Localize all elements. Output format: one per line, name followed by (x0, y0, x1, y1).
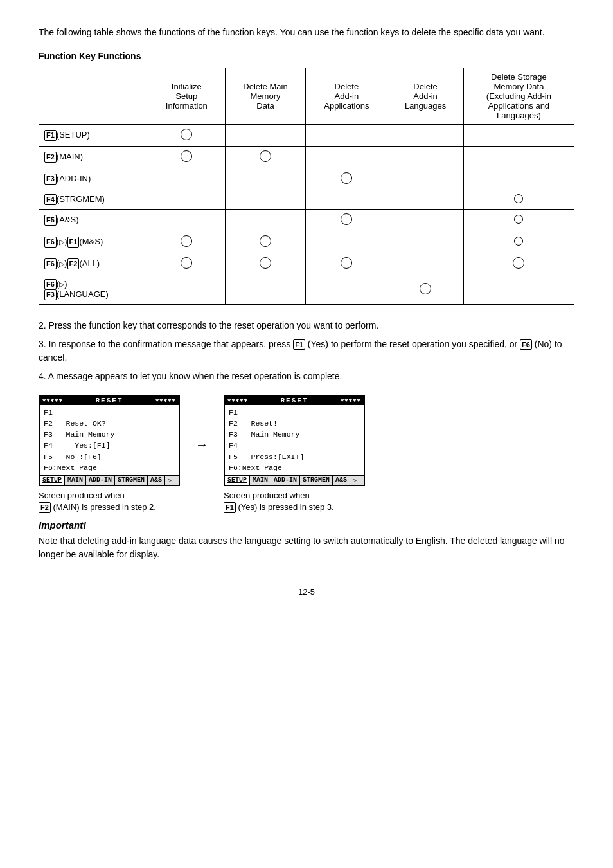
device-title-bar-left: ✱✱✱✱✱ RESET ✱✱✱✱✱ (40, 396, 179, 405)
row-f4-col4 (387, 190, 464, 210)
triangle-icon: ▷ (59, 280, 64, 288)
footer-tab-as: A&S (148, 476, 165, 485)
screen-line: F4 (229, 440, 360, 451)
screens-section: ✱✱✱✱✱ RESET ✱✱✱✱✱ F1 F2 Reset OK? F3 Mai… (39, 395, 574, 514)
table-row: F4(STRGMEM) (39, 190, 574, 210)
circle-indicator (181, 150, 192, 162)
table-row: F6(▷)F1(M&S) (39, 231, 574, 253)
row-f1-label: F1(SETUP) (39, 125, 148, 147)
row-f6f2-col5 (463, 253, 574, 275)
row-f6f3-col5 (463, 275, 574, 305)
fkey-f1: F1 (44, 130, 57, 140)
fkey-f3b: F3 (44, 289, 57, 300)
circle-indicator (260, 257, 271, 269)
row-f3-col4 (387, 168, 464, 190)
row-f3-col5 (463, 168, 574, 190)
row-f6f1-label: F6(▷)F1(M&S) (39, 231, 148, 253)
step-4: 4. A message appears to let you know whe… (39, 370, 574, 383)
function-key-table: InitializeSetupInformation Delete MainMe… (39, 68, 574, 305)
screen-line: F1 (44, 407, 175, 418)
row-f3-col3 (306, 168, 387, 190)
row-f2-col2 (225, 147, 306, 168)
footer-tab-main-r: MAIN (250, 476, 271, 485)
table-row: F2(MAIN) (39, 147, 574, 168)
important-text: Note that deleting add-in language data … (39, 534, 574, 561)
step-3: 3. In response to the confirmation messa… (39, 338, 574, 365)
fkey-f6-step3: F6 (520, 339, 532, 350)
row-f5-label: F5(A&S) (39, 210, 148, 231)
fkey-f1b: F1 (67, 237, 80, 247)
table-row: F3(ADD-IN) (39, 168, 574, 190)
device-body-left: F1 F2 Reset OK? F3 Main Memory F4 Yes:[F… (40, 405, 179, 476)
screen-line: F5 Press:[EXIT] (229, 451, 360, 462)
screen-line: F6:Next Page (229, 462, 360, 473)
row-f1-col5 (463, 125, 574, 147)
section-title: Function Key Functions (39, 51, 574, 61)
col-header-empty (39, 68, 148, 125)
fkey-f2b: F2 (67, 258, 80, 269)
screen-line: F3 Main Memory (44, 429, 175, 440)
step3-num: 3. (39, 339, 49, 349)
stars-right: ✱✱✱✱✱ (155, 397, 176, 404)
table-row: F5(A&S) (39, 210, 574, 231)
row-f6f2-col3 (306, 253, 387, 275)
arrow-icon: → (195, 437, 208, 452)
caption-line1-r: Screen produced when (224, 491, 310, 500)
step4-num: 4. (39, 371, 48, 381)
col-header-delete-storage: Delete StorageMemory Data(Excluding Add-… (463, 68, 574, 125)
row-f5-col2 (225, 210, 306, 231)
row-f6f2-col4 (387, 253, 464, 275)
footer-tab-strgmen-r: STRGMEN (300, 476, 333, 485)
row-f4-col2 (225, 190, 306, 210)
row-f6f1-col1 (148, 231, 226, 253)
step2-text: Press the function key that corresponds … (49, 320, 379, 330)
device-title-bar-right: ✱✱✱✱✱ RESET ✱✱✱✱✱ (225, 396, 364, 405)
row-f6f1-col5 (463, 231, 574, 253)
intro-text: The following table shows the functions … (39, 26, 574, 39)
row-f2-col5 (463, 147, 574, 168)
row-f5-col5 (463, 210, 574, 231)
screen-title-right: RESET (280, 397, 308, 404)
row-f2-col3 (306, 147, 387, 168)
small-circle-indicator (514, 194, 523, 203)
fkey-f6: F6 (44, 237, 57, 247)
circle-indicator (341, 257, 352, 269)
footer-tab-addin-r: ADD-IN (271, 476, 300, 485)
step2-num: 2. (39, 320, 49, 330)
caption-line1: Screen produced when (39, 491, 125, 500)
footer-tab-setup-r: SETUP (225, 476, 250, 485)
triangle-icon: ▷ (59, 238, 64, 246)
circle-indicator (420, 283, 431, 294)
fkey-f6c: F6 (44, 279, 57, 289)
row-f3-col1 (148, 168, 226, 190)
small-circle-indicator (514, 215, 523, 224)
screen-line: F2 Reset OK? (44, 418, 175, 429)
screen-right-block: ✱✱✱✱✱ RESET ✱✱✱✱✱ F1 F2 Reset! F3 Main M… (224, 395, 365, 514)
fkey-f1-caption: F1 (224, 502, 236, 512)
screen-left-caption: Screen produced when F2 (MAIN) is presse… (39, 490, 156, 513)
row-f2-label: F2(MAIN) (39, 147, 148, 168)
screen-line: F5 No :[F6] (44, 451, 175, 462)
row-f1-col2 (225, 125, 306, 147)
screen-right-caption: Screen produced when F1 (Yes) is pressed… (224, 490, 334, 513)
col-header-delete-addin: DeleteAdd-inApplications (306, 68, 387, 125)
device-footer-left: SETUP MAIN ADD-IN STRGMEN A&S ▷ (40, 475, 179, 485)
row-f1-col1 (148, 125, 226, 147)
circle-indicator (181, 257, 192, 269)
row-f3-col2 (225, 168, 306, 190)
caption-line2: (MAIN) is pressed in step 2. (53, 502, 155, 512)
table-row: F1(SETUP) (39, 125, 574, 147)
row-f2-col4 (387, 147, 464, 168)
circle-indicator (181, 235, 192, 247)
col-header-delete-main: Delete MainMemoryData (225, 68, 306, 125)
screen-title-left: RESET (95, 397, 123, 404)
row-f6f1-col4 (387, 231, 464, 253)
row-f6f2-label: F6(▷)F2(ALL) (39, 253, 148, 275)
row-f4-label: F4(STRGMEM) (39, 190, 148, 210)
row-f4-col1 (148, 190, 226, 210)
fkey-f1-step3: F1 (293, 339, 305, 350)
circle-indicator (260, 235, 271, 247)
device-footer-right: SETUP MAIN ADD-IN STRGMEN A&S ▷ (225, 475, 364, 485)
row-f6f3-label: F6(▷)F3(LANGUAGE) (39, 275, 148, 305)
step3-text-mid: (Yes) to perform the reset operation you… (308, 339, 520, 349)
